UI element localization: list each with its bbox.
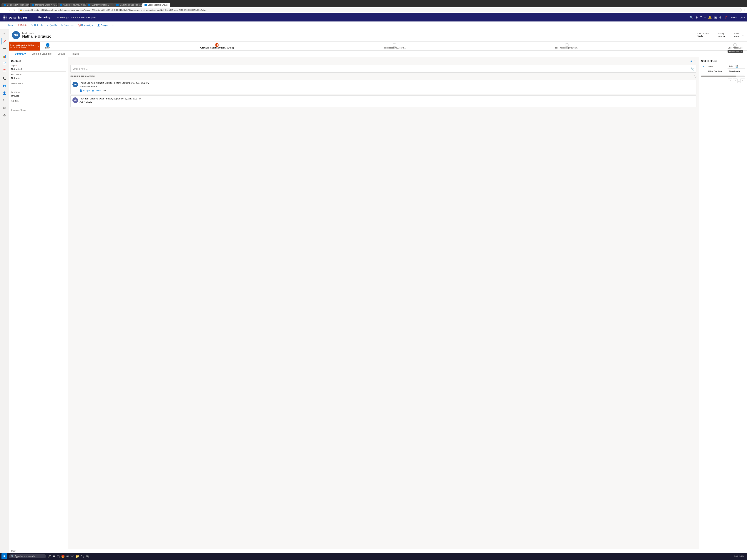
sidebar-icon-settings[interactable]: ⚙ (1, 112, 8, 118)
url-bar[interactable]: 🔒 https://sg804smbmkt0907testorg01.crm10… (18, 8, 742, 12)
stakeholder-role-1[interactable]: Stakeholder (727, 69, 745, 74)
breadcrumb-leads[interactable]: Leads (70, 16, 76, 19)
business-phone-value[interactable]: --- (11, 111, 66, 116)
stage-inquiry[interactable]: ✓ Inquiry (43, 43, 52, 49)
sidebar-icon-calendar[interactable]: 📅 (1, 68, 8, 74)
breadcrumb-marketing[interactable]: Marketing (57, 16, 68, 19)
portal-icon[interactable]: ▣ (714, 16, 717, 19)
app-dropdown[interactable]: ⌄ (30, 16, 32, 19)
bookmark-icon[interactable]: ☆ (743, 8, 746, 11)
taskbar-task-view-icon[interactable]: ◫ (57, 555, 60, 558)
settings-gear-icon[interactable]: ⚙ (719, 16, 722, 19)
stakeholders-scroll[interactable] (701, 76, 745, 77)
sidebar-icon-home[interactable]: ≡ (1, 30, 8, 37)
forward-button[interactable]: → (7, 8, 11, 12)
browser-tab-2[interactable]: Marketing Email: New M... × (30, 3, 57, 7)
process-banner[interactable]: Lead to Opportunity Mar... Active for 41… (9, 42, 37, 51)
rating-value[interactable]: Warm (718, 35, 725, 38)
taskbar-store-icon[interactable]: 🎁 (61, 555, 65, 558)
notifications-icon[interactable]: 🔔 (708, 16, 712, 19)
stage-automated[interactable]: Automated Marketing Qualifi... (17 Hrs) (198, 43, 235, 49)
browser-tab-4[interactable]: Event Informational × (86, 3, 114, 7)
expand-button[interactable]: ⌄ (742, 33, 744, 37)
assign-button[interactable]: 👤 Assign (95, 23, 110, 28)
sidebar-icon-people[interactable]: 👥 (1, 82, 8, 89)
sidebar-icon-phone[interactable]: 📞 (1, 75, 8, 81)
save-icon[interactable]: 💾 (736, 65, 738, 68)
tab-summary[interactable]: Summary (12, 51, 29, 57)
stage-tele1[interactable]: Tele Prospecting Accepta... (382, 43, 407, 49)
timeline-assign-button[interactable]: 👤 Assign (79, 89, 90, 92)
sidebar-icon-contact[interactable]: 📄 (1, 60, 8, 67)
stakeholder-name-col[interactable]: Name (706, 64, 727, 69)
timeline-more-button[interactable]: ••• (694, 60, 696, 63)
sidebar-icon-chart[interactable]: 📊 (1, 53, 8, 59)
taskbar-skype-icon[interactable]: ☏ (70, 555, 74, 558)
sidebar-icon-refresh[interactable]: ↻ (1, 97, 8, 104)
taskbar-mic-icon[interactable]: 🎤 (47, 555, 51, 558)
topic-value[interactable]: NathalieU (11, 67, 66, 72)
job-title-value[interactable]: --- (11, 103, 66, 107)
more-button[interactable]: ... (110, 23, 116, 28)
plus-icon[interactable]: + (704, 16, 706, 19)
middle-name-value[interactable]: --- (11, 85, 66, 89)
delete-button[interactable]: 🗑 Delete (16, 23, 29, 28)
settings-nav-icon[interactable]: ⚙ (695, 16, 698, 19)
browser-tab-5[interactable]: Marketing Page: Traini... × (114, 3, 142, 7)
stakeholder-name-1[interactable]: Abbie Gardiner (706, 69, 727, 74)
sort-icon-role[interactable]: ↕ (734, 65, 735, 68)
stage-tele2[interactable]: Tele Prospecting Qualificat... (553, 43, 580, 49)
qualify-button[interactable]: ✓ Qualify (45, 23, 59, 28)
taskbar-app-icon[interactable]: 🎮 (85, 555, 89, 558)
sidebar-icon-person[interactable]: 👤 (1, 90, 8, 96)
sidebar-icon-mail[interactable]: ✉ (1, 104, 8, 111)
note-input-area[interactable]: Enter a note... 📎 (70, 65, 696, 73)
help-icon[interactable]: ? (700, 16, 702, 19)
browser-tab-1[interactable]: Segment: PremiumMem... × (1, 3, 29, 7)
first-name-value[interactable]: Nathalie (11, 76, 66, 80)
timeline-add-button[interactable]: + (691, 60, 693, 63)
first-page-button[interactable]: « (728, 79, 732, 83)
start-button[interactable]: ⊞ (1, 553, 7, 559)
user-name[interactable]: Veronika Quek (730, 16, 746, 19)
browser-tab-6[interactable]: Lead: Nathalie Urquizo × (142, 3, 170, 7)
tab-linkedin[interactable]: LinkedIn Lead Info (29, 51, 54, 57)
attachment-icon[interactable]: 📎 (691, 67, 694, 71)
process-button[interactable]: ⛯ Process ▾ (59, 23, 76, 28)
stakeholder-role-col-header[interactable]: Role ↕ 💾 (727, 64, 745, 69)
module-name[interactable]: Marketing (38, 16, 50, 19)
taskbar-search[interactable]: 🔍 Type here to search (9, 554, 46, 558)
stage-sales[interactable]: Sales Acceptance Sales Acceptance (726, 43, 744, 49)
browser-tab-3[interactable]: Customer Journey: Cus... × (58, 3, 85, 7)
record-type[interactable]: Lead: Lead ▾ (22, 32, 695, 34)
timeline-more-actions[interactable]: ••• (104, 89, 106, 92)
taskbar-chrome-icon[interactable]: ◯ (81, 555, 84, 558)
tab-close-4[interactable]: × (111, 4, 112, 6)
back-button[interactable]: ← (1, 8, 5, 12)
info-icon[interactable]: ⓘ (694, 75, 696, 78)
taskbar-mail-icon[interactable]: ✉ (66, 555, 69, 558)
disqualify-button[interactable]: 🚫 Disqualify ▾ (76, 23, 95, 28)
status-value[interactable]: New (733, 35, 740, 38)
prev-page-button[interactable]: ‹ (733, 79, 738, 83)
help-question-icon[interactable]: ❓ (724, 16, 727, 19)
app-launcher-button[interactable] (1, 15, 7, 20)
taskbar-window-icon[interactable]: ▣ (53, 555, 55, 558)
refresh-page-button[interactable]: ↻ (12, 8, 16, 12)
sidebar-icon-pin[interactable]: 📌 (1, 38, 8, 45)
last-name-value[interactable]: Urquizo (11, 94, 66, 98)
process-collapse-button[interactable]: ‹ (37, 42, 40, 51)
tab-related[interactable]: Related (68, 51, 82, 57)
stakeholder-check-icon[interactable]: ✓ (702, 65, 704, 68)
sidebar-icon-ellipsis[interactable]: ••• (1, 45, 8, 52)
address-bar: ← → ↻ 🔒 https://sg804smbmkt0907testorg01… (0, 7, 747, 14)
refresh-button[interactable]: ↻ Refresh (29, 23, 45, 28)
new-button[interactable]: + + New (2, 23, 15, 28)
sort-icon[interactable]: ↓ (691, 75, 692, 78)
search-icon[interactable]: 🔍 (689, 16, 693, 19)
taskbar-explorer-icon[interactable]: 📁 (75, 555, 79, 558)
next-page-button[interactable]: › (740, 79, 745, 83)
tab-details[interactable]: Details (54, 51, 68, 57)
timeline-delete-button[interactable]: 🗑 Delete (92, 89, 101, 92)
lead-source-value[interactable]: Web (698, 35, 709, 38)
